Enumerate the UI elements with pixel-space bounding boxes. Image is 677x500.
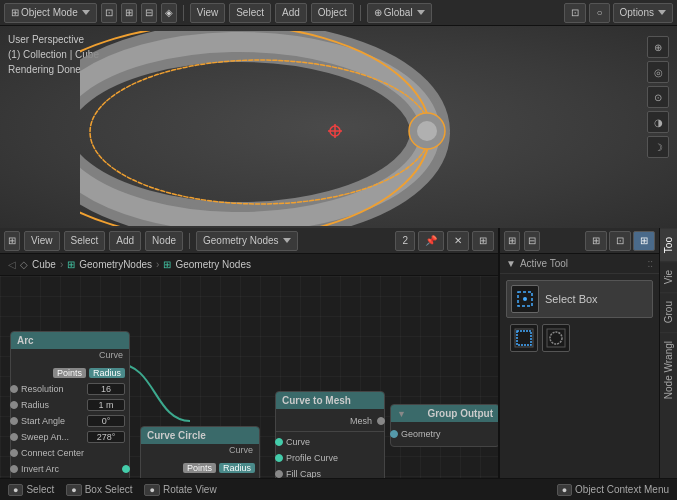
c2m-mesh-out-socket — [377, 417, 385, 425]
object-mode-selector[interactable]: ⊞ Object Mode — [4, 3, 97, 23]
icon-btn-1[interactable]: ⊡ — [101, 3, 117, 23]
options-icon — [658, 10, 666, 15]
rotate-key[interactable]: ● — [144, 484, 159, 496]
rp-extra-2[interactable]: ⊡ — [609, 231, 631, 251]
side-tab-group[interactable]: Grou — [660, 292, 677, 331]
node-editor-label[interactable]: Geometry Nodes — [196, 231, 298, 251]
gizmo-btn-4[interactable]: ◑ — [647, 111, 669, 133]
breadcrumb-geonodes-2[interactable]: Geometry Nodes — [175, 259, 251, 270]
context-label: Object Context Menu — [575, 484, 669, 495]
rotate-label: Rotate View — [163, 484, 217, 495]
rp-icon-1[interactable]: ⊞ — [504, 231, 520, 251]
c2m-header: Curve to Mesh — [276, 392, 384, 409]
arc-radius-btn[interactable]: Radius — [89, 368, 125, 378]
viewport-canvas[interactable]: User Perspective (1) Collection | Cube R… — [0, 26, 677, 228]
box-select-key[interactable]: ● — [66, 484, 81, 496]
preview-svg-1 — [514, 328, 534, 348]
icon-btn-2[interactable]: ⊞ — [121, 3, 137, 23]
rp-icon-2[interactable]: ⊟ — [524, 231, 540, 251]
arc-points-row: Points Radius — [11, 365, 129, 381]
arc-node-body: Points Radius Resolution Radius — [11, 361, 129, 481]
add-menu[interactable]: Add — [275, 3, 307, 23]
node-view-menu[interactable]: View — [24, 231, 60, 251]
rp-extra-1[interactable]: ⊞ — [585, 231, 607, 251]
bottom-area: ⊞ View Select Add Node Geometry Nodes 2 … — [0, 228, 677, 500]
node-editor-type[interactable]: ⊞ — [4, 231, 20, 251]
arc-start-input[interactable] — [87, 415, 125, 427]
arc-connect-row: Connect Center — [11, 445, 129, 461]
c2m-out-row: Mesh — [276, 413, 384, 429]
side-tab-nodewrangl[interactable]: Node Wrangl — [660, 332, 677, 407]
c2m-body: Mesh Curve Profile Curve Fill Caps — [276, 409, 384, 486]
viewport-right-icons: ⊕ ◎ ⊙ ◑ ☽ — [647, 36, 669, 158]
status-select: ● Select — [8, 484, 54, 496]
gizmo-btn-5[interactable]: ☽ — [647, 136, 669, 158]
gizmo-btn-2[interactable]: ◎ — [647, 61, 669, 83]
circle-radius-btn[interactable]: Radius — [219, 463, 255, 473]
frame-count[interactable]: 2 — [395, 231, 415, 251]
status-box-select: ● Box Select — [66, 484, 132, 496]
context-key[interactable]: ● — [557, 484, 572, 496]
select-key[interactable]: ● — [8, 484, 23, 496]
c2m-curve-row: Curve — [276, 434, 384, 450]
tool-preview-1[interactable] — [510, 324, 538, 352]
arc-sweep-input[interactable] — [87, 431, 125, 443]
frame-count-value: 2 — [402, 235, 408, 246]
side-tab-view[interactable]: Vie — [660, 261, 677, 292]
transform-icon: ⊕ — [374, 7, 382, 18]
node-select-menu[interactable]: Select — [64, 231, 106, 251]
node-canvas[interactable]: Arc Curve Points Radius Resolution — [0, 276, 498, 500]
select-box-tool[interactable]: Select Box — [506, 280, 653, 318]
arc-radius-socket — [10, 401, 18, 409]
pin-btn[interactable]: 📌 — [418, 231, 444, 251]
icon-btn-3[interactable]: ⊟ — [141, 3, 157, 23]
active-tool-collapse-icon[interactable]: ▼ — [506, 258, 516, 269]
node-node-menu[interactable]: Node — [145, 231, 183, 251]
node-add-menu[interactable]: Add — [109, 231, 141, 251]
arc-resolution-socket — [10, 385, 18, 393]
icon-btn-4[interactable]: ◈ — [161, 3, 177, 23]
arc-node: Arc Curve Points Radius Resolution — [10, 331, 130, 482]
node-extra-btn[interactable]: ⊞ — [472, 231, 494, 251]
node-close-btn[interactable]: ✕ — [447, 231, 469, 251]
side-tab-tool[interactable]: Too — [660, 228, 677, 261]
options-label: Options — [620, 7, 654, 18]
transform-selector[interactable]: ⊕ Global — [367, 3, 432, 23]
select-menu[interactable]: Select — [229, 3, 271, 23]
group-output-body: Geometry — [391, 422, 498, 446]
active-tool-drag-icon: :: — [647, 258, 653, 269]
object-menu[interactable]: Object — [311, 3, 354, 23]
breadcrumb-cube[interactable]: Cube — [32, 259, 56, 270]
arc-resolution-input[interactable] — [87, 383, 125, 395]
editor-type-label: Geometry Nodes — [203, 235, 279, 246]
curve-circle-subtitle: Curve — [141, 444, 259, 456]
arc-points-btn[interactable]: Points — [53, 368, 86, 378]
c2m-sep — [276, 431, 384, 432]
c2m-curve-socket — [275, 438, 283, 446]
rp-extra-3[interactable]: ⊞ — [633, 231, 655, 251]
proportional-btn[interactable]: ○ — [589, 3, 609, 23]
status-bar: ● Select ● Box Select ● Rotate View ● Ob… — [0, 478, 677, 500]
group-geo-row: Geometry — [391, 426, 498, 442]
gizmo-btn-1[interactable]: ⊕ — [647, 36, 669, 58]
snap-btn[interactable]: ⊡ — [564, 3, 586, 23]
arc-radius-input[interactable] — [87, 399, 125, 411]
active-tool-header: ▼ Active Tool :: — [500, 254, 659, 274]
editor-type-icon — [283, 238, 291, 243]
gizmo-btn-3[interactable]: ⊙ — [647, 86, 669, 108]
tool-preview-2[interactable] — [542, 324, 570, 352]
box-select-label: Box Select — [85, 484, 133, 495]
breadcrumb-geonodes[interactable]: GeometryNodes — [79, 259, 152, 270]
breadcrumb-back-icon[interactable]: ◁ — [8, 259, 16, 270]
group-output-title: Group Output — [427, 408, 493, 419]
options-dropdown[interactable]: Options — [613, 3, 673, 23]
breadcrumb-icon-3: ⊞ — [163, 259, 171, 270]
breadcrumb-icon-1: ◇ — [20, 259, 28, 270]
select-box-svg — [516, 290, 534, 308]
tool-name-label: Select Box — [545, 293, 598, 305]
status-rotate: ● Rotate View — [144, 484, 216, 496]
transform-label: Global — [384, 7, 413, 18]
separator-1 — [183, 5, 184, 21]
view-menu[interactable]: View — [190, 3, 226, 23]
circle-points-btn[interactable]: Points — [183, 463, 216, 473]
